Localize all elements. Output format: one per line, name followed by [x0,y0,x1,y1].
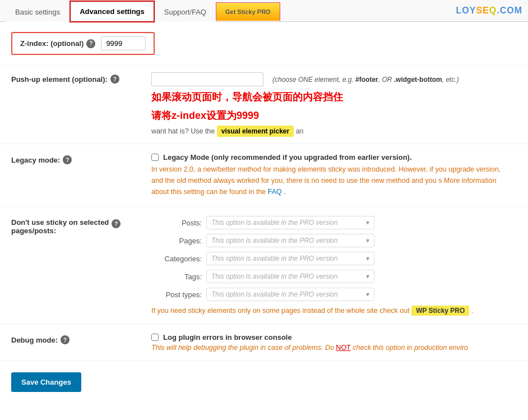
sticky-categories-label: Categories: [151,255,202,263]
sticky-posts-row: Posts: This option is available in the P… [151,216,473,229]
tab-get-pro[interactable]: Get Sticky PRO [216,2,280,21]
pushup-label: Push-up element (optional): ? [11,72,146,84]
legacy-row: Legacy mode: ? Legacy Mode (only recomme… [0,144,528,207]
pushup-extra-text: want hat is? Use the visual element pick… [151,126,459,137]
sticky-pages-help-icon[interactable]: ? [112,219,121,228]
site-logo: LOYSEQ.COM [456,6,522,16]
sticky-tags-select[interactable]: This option is available in the PRO vers… [206,270,374,283]
debug-checkbox[interactable] [151,334,159,341]
legacy-label: Legacy mode: ? [11,153,146,164]
legacy-faq-link[interactable]: FAQ [268,188,282,196]
debug-checkbox-row: Log plugin errors in browser console [151,333,468,341]
chevron-down-icon: ▾ [366,237,369,244]
sticky-categories-row: Categories: This option is available in … [151,252,473,265]
sticky-posttypes-row: Post types: This option is available in … [151,288,473,301]
save-changes-button[interactable]: Save Changes [11,372,81,392]
chevron-down-icon: ▾ [366,219,369,227]
sticky-pages-label: Don't use sticky on selectedpages/posts:… [11,216,146,235]
zindex-box: Z-index: (optional) ? [11,32,155,55]
sticky-posts-select[interactable]: This option is available in the PRO vers… [206,216,374,229]
pushup-input[interactable] [151,72,263,86]
sticky-tags-label: Tags: [151,273,202,281]
debug-field: Log plugin errors in browser console Thi… [151,333,468,352]
chevron-down-icon: ▾ [366,255,369,262]
visual-element-picker-button[interactable]: visual element picker [217,126,294,137]
sticky-posttypes-label: Post types: [151,290,202,299]
legacy-checkbox-row: Legacy Mode (only recommended if you upg… [151,153,510,161]
sticky-categories-select[interactable]: This option is available in the PRO vers… [206,252,374,265]
zindex-help-icon[interactable]: ? [86,39,95,48]
zindex-input[interactable] [101,36,146,50]
debug-help-icon[interactable]: ? [61,335,70,344]
sticky-pages-select[interactable]: This option is available in the PRO vers… [206,234,374,247]
debug-row: Debug mode: ? Log plugin errors in brows… [0,324,528,361]
chevron-down-icon: ▾ [366,273,369,280]
zindex-row: Z-index: (optional) ? [0,22,528,66]
tab-advanced[interactable]: Advanced settings [70,1,155,22]
tabs-bar: Basic settings Advanced settings Support… [0,0,528,22]
sticky-tags-row: Tags: This option is available in the PR… [151,270,473,283]
legacy-desc: In version 2.0, a new/better method for … [151,164,510,197]
legacy-checkbox[interactable] [151,154,159,161]
pushup-help-icon[interactable]: ? [110,75,119,84]
debug-label: Debug mode: ? [11,333,146,344]
tab-basic[interactable]: Basic settings [6,2,70,22]
sticky-pages-field: Posts: This option is available in the P… [151,216,473,315]
pushup-hint: (choose ONE element, e.g. #footer, OR .w… [272,76,459,84]
wp-sticky-pro-badge[interactable]: WP Sticky PRO [411,306,469,316]
pro-note: If you need sticky elements only on some… [151,307,473,315]
debug-desc: This will help debugging the plugin in c… [151,344,468,352]
pushup-row: Push-up element (optional): ? (choose ON… [0,66,528,144]
legacy-field: Legacy Mode (only recommended if you upg… [151,153,510,197]
sticky-pages-subrow: Pages: This option is available in the P… [151,234,473,247]
chinese-text-line2: 请将z-index设置为9999 [151,108,459,123]
sticky-sub-rows: Posts: This option is available in the P… [151,216,473,301]
zindex-label: Z-index: (optional) ? [20,39,95,48]
chevron-down-icon: ▾ [366,290,369,298]
legacy-help-icon[interactable]: ? [63,155,72,164]
chinese-text-line1: 如果滚动页面时，导航会被页面的内容挡住 [151,90,459,105]
sticky-posts-label: Posts: [151,219,202,227]
sticky-posttypes-select[interactable]: This option is available in the PRO vers… [206,288,374,301]
tab-support[interactable]: Support/FAQ [155,2,216,22]
sticky-pages-sublabel: Pages: [151,237,202,245]
sticky-pages-row: Don't use sticky on selectedpages/posts:… [0,207,528,324]
